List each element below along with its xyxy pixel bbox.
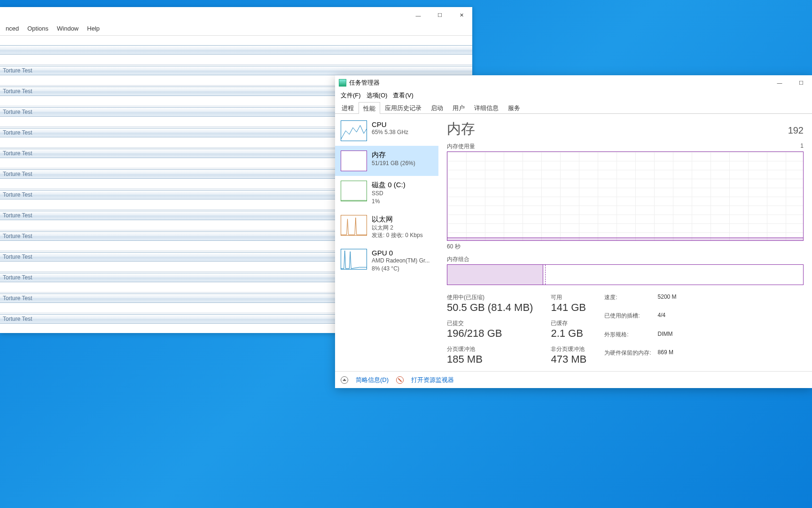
worker-title: Torture Test (3, 316, 32, 322)
usage-chart-max: 1 (800, 143, 804, 151)
worker-titlebar[interactable]: Torture Test (0, 66, 472, 75)
minimize-button[interactable]: — (407, 7, 429, 24)
form-key: 外形规格: (604, 331, 651, 347)
menu-options[interactable]: Options (23, 24, 52, 35)
menu-file[interactable]: 文件(F) (338, 90, 364, 102)
taskmgr-icon (339, 79, 346, 87)
menu-window[interactable]: Window (53, 24, 82, 35)
paged-value: 185 MB (447, 353, 533, 365)
ethernet-label: 以太网 (372, 215, 423, 224)
tab-app-history[interactable]: 应用历史记录 (380, 102, 426, 113)
taskmgr-menubar: 文件(F) 选项(O) 查看(V) (335, 90, 812, 102)
taskmgr-footer: 简略信息(D) 打开资源监视器 (335, 371, 812, 388)
nonpaged-value: 473 MB (551, 353, 586, 365)
worker-title: Torture Test (3, 129, 32, 136)
task-manager-window: 任务管理器 — ☐ 文件(F) 选项(O) 查看(V) 进程 性能 应用历史记录… (335, 75, 812, 388)
sidebar-item-memory[interactable]: 内存 51/191 GB (26%) (335, 146, 438, 176)
sidebar-item-cpu[interactable]: CPU 65% 5.38 GHz (335, 116, 438, 146)
memory-capacity: 192 (788, 125, 804, 136)
memory-properties: 速度:5200 M 已使用的插槽:4/4 外形规格:DIMM 为硬件保留的内存:… (604, 294, 676, 365)
paged-label: 分页缓冲池 (447, 345, 533, 353)
gpu-sub2: 8% (43 °C) (372, 265, 429, 273)
cpu-sub: 65% 5.38 GHz (372, 128, 408, 136)
cpu-sparkline-icon (341, 120, 367, 141)
committed-label: 已提交 (447, 319, 533, 327)
composition-used (447, 265, 543, 285)
worker-title: Torture Test (3, 171, 32, 177)
memory-label: 内存 (372, 151, 415, 159)
worker-title: Torture Test (3, 212, 32, 219)
worker-title: Torture Test (3, 274, 32, 281)
perf-main: 内存 192 内存使用量 1 60 秒 内存组合 使用中(已压缩) 50 (438, 114, 812, 371)
minimize-button[interactable]: — (769, 75, 790, 90)
memory-composition-chart[interactable] (447, 264, 804, 285)
slots-key: 已使用的插槽: (604, 312, 651, 328)
menu-options[interactable]: 选项(O) (364, 90, 390, 102)
tab-services[interactable]: 服务 (503, 102, 525, 113)
menu-help[interactable]: Help (83, 24, 103, 35)
menu-advanced[interactable]: nced (2, 24, 23, 35)
sidebar-item-ethernet[interactable]: 以太网 以太网 2 发送: 0 接收: 0 Kbps (335, 210, 438, 245)
memory-usage-chart[interactable] (447, 151, 804, 241)
worker-title: Torture Test (3, 254, 32, 260)
reserved-val: 869 M (658, 349, 677, 365)
ethernet-sparkline-icon (341, 215, 367, 236)
cached-label: 已缓存 (551, 319, 586, 327)
sidebar-item-disk[interactable]: 磁盘 0 (C:) SSD 1% (335, 176, 438, 210)
worker-title: Torture Test (3, 88, 32, 95)
taskmgr-titlebar[interactable]: 任务管理器 — ☐ (335, 75, 812, 90)
reserved-key: 为硬件保留的内存: (604, 349, 651, 365)
taskmgr-tabs: 进程 性能 应用历史记录 启动 用户 详细信息 服务 (335, 102, 812, 114)
tab-details[interactable]: 详细信息 (469, 102, 503, 113)
memory-usage-fill (447, 238, 803, 240)
ethernet-sub2: 发送: 0 接收: 0 Kbps (372, 231, 423, 239)
gpu-sub1: AMD Radeon(TM) Gr... (372, 257, 429, 265)
memory-sub: 51/191 GB (26%) (372, 159, 415, 167)
worker-title: Torture Test (3, 191, 32, 198)
memory-sparkline-icon (341, 151, 367, 171)
open-resmon-link[interactable]: 打开资源监视器 (411, 376, 454, 384)
worker-title: Torture Test (3, 295, 32, 302)
prime95-titlebar[interactable]: — ☐ ✕ (0, 7, 472, 24)
committed-value: 196/218 GB (447, 327, 533, 340)
composition-label: 内存组合 (447, 255, 804, 263)
resmon-icon (396, 376, 404, 384)
speed-val: 5200 M (658, 294, 677, 310)
prime95-window-controls: — ☐ ✕ (407, 7, 472, 24)
tab-processes[interactable]: 进程 (337, 102, 359, 113)
disk-label: 磁盘 0 (C:) (372, 181, 406, 190)
chevron-up-icon[interactable] (341, 376, 348, 384)
gpu-label: GPU 0 (372, 249, 429, 257)
form-val: DIMM (658, 331, 677, 347)
nonpaged-label: 非分页缓冲池 (551, 345, 586, 353)
tab-performance[interactable]: 性能 (359, 102, 380, 114)
in-use-value: 50.5 GB (81.4 MB) (447, 302, 533, 314)
taskmgr-title: 任务管理器 (349, 79, 380, 87)
worker-title: Torture Test (3, 67, 32, 74)
taskmgr-window-controls: — ☐ (769, 75, 812, 90)
menu-view[interactable]: 查看(V) (390, 90, 416, 102)
perf-sidebar: CPU 65% 5.38 GHz 内存 51/191 GB (26%) 磁盘 0… (335, 114, 438, 371)
cpu-label: CPU (372, 120, 408, 128)
avail-label: 可用 (551, 294, 586, 302)
ethernet-sub1: 以太网 2 (372, 224, 423, 232)
avail-value: 141 GB (551, 302, 586, 314)
speed-key: 速度: (604, 294, 651, 310)
close-button[interactable]: ✕ (451, 7, 472, 24)
usage-chart-label: 内存使用量 (447, 143, 475, 151)
worker-title: Torture Test (3, 109, 32, 115)
tab-startup[interactable]: 启动 (426, 102, 448, 113)
in-use-label: 使用中(已压缩) (447, 294, 533, 302)
disk-sub2: 1% (372, 198, 406, 206)
slots-val: 4/4 (658, 312, 677, 328)
maximize-button[interactable]: ☐ (790, 75, 812, 90)
main-title: 内存 (447, 119, 475, 139)
fewer-details-link[interactable]: 简略信息(D) (356, 376, 389, 384)
cached-value: 2.1 GB (551, 327, 586, 340)
gpu-sparkline-icon (341, 249, 367, 270)
worker-title: Torture Test (3, 233, 32, 239)
sidebar-item-gpu[interactable]: GPU 0 AMD Radeon(TM) Gr... 8% (43 °C) (335, 244, 438, 278)
tab-users[interactable]: 用户 (448, 102, 469, 113)
maximize-button[interactable]: ☐ (429, 7, 451, 24)
disk-sparkline-icon (341, 181, 367, 201)
